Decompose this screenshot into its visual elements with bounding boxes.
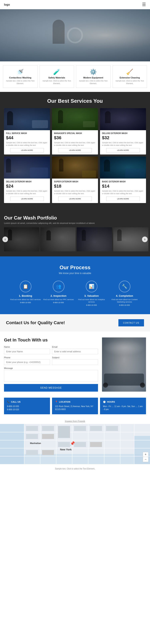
map-background: Manhattan New York 📌 + − <box>0 424 150 464</box>
service-desc-3: Sample text. Click to select the text bo… <box>6 190 48 195</box>
manhattan-label: Manhattan <box>30 442 41 444</box>
service-name-1: MANAGER'S SPECIAL WASH <box>54 132 96 134</box>
location-card-text: 121 Rock Street, 21 Avenue, New York, NY… <box>55 405 95 411</box>
carousel-next-button[interactable]: › <box>142 236 148 242</box>
contact-us-button[interactable]: CONTACT US <box>118 319 144 326</box>
service-desc-0: Sample text. Click to select the text bo… <box>6 142 48 146</box>
service-price-3: $24 <box>6 184 48 189</box>
service-image-4 <box>52 156 98 178</box>
step-phone-3: 8-800-10-555 <box>109 304 140 306</box>
service-card-0: FULL SERVICE WASH $44 Sample text. Click… <box>4 108 50 154</box>
contact-banner-title: Contact Us for Quality Care! <box>6 320 65 326</box>
carousel-prev-button[interactable]: ‹ <box>2 236 8 242</box>
feature-title-3: Extensive Cleaning <box>114 76 146 79</box>
form-row-phone-subject: Phone Subject <box>4 356 98 365</box>
service-image-1 <box>52 108 98 130</box>
phone-icon: 📞 <box>7 401 10 403</box>
phone-input[interactable] <box>4 359 50 365</box>
service-desc-5: Sample text. Click to select the text bo… <box>102 190 144 195</box>
portfolio-title: Our Car Wash Portfolio <box>4 215 146 221</box>
step-desc-1: Find out more about our PPC services <box>43 298 74 301</box>
service-card-4: SUPER EXTERIOR WASH $18 Sample text. Cli… <box>52 156 98 203</box>
contact-banner: Contact Us for Quality Care! CONTACT US <box>0 314 150 332</box>
service-image-3 <box>4 156 50 178</box>
portfolio-subtitle: Lorem ipsum sit amet, consectetur adipis… <box>4 222 146 224</box>
freepik-credit: Images from Freepik <box>0 418 150 424</box>
hours-card-title: 🕐 HOURS <box>103 401 143 403</box>
contact-image-placeholder <box>102 338 146 392</box>
feature-card-1: 🧪 Safety Materials Sample text. Click to… <box>40 66 74 88</box>
service-image-5 <box>100 156 146 178</box>
services-grid: FULL SERVICE WASH $44 Sample text. Click… <box>4 108 146 203</box>
process-step-2: 📊 3. Valuation Find out more about our A… <box>76 281 107 306</box>
email-label: Email <box>52 346 98 348</box>
message-textarea[interactable] <box>4 370 98 382</box>
subject-label: Subject <box>52 356 98 359</box>
service-name-0: FULL SERVICE WASH <box>6 132 48 134</box>
hero-section <box>0 9 150 62</box>
learn-more-btn-1[interactable]: LEARN MORE <box>58 148 92 152</box>
hours-card-text: Mon - Fri .... 11 am - 8 pm. Sat, Sun ..… <box>103 405 143 411</box>
form-field-name: Name <box>4 346 50 354</box>
feature-card-2: ⚙️ Modern Equipment Sample text. Click t… <box>76 66 111 88</box>
process-steps: 📋 1. Booking Find out more about our SEO… <box>4 281 146 306</box>
learn-more-btn-4[interactable]: LEARN MORE <box>58 196 92 201</box>
learn-more-btn-5[interactable]: LEARN MORE <box>106 196 140 201</box>
name-input[interactable] <box>4 349 50 354</box>
service-image-0 <box>4 108 50 130</box>
process-subtitle: We know your time is valuable <box>4 272 146 275</box>
service-price-4: $18 <box>54 184 96 189</box>
service-price-2: $32 <box>102 135 144 140</box>
learn-more-btn-0[interactable]: LEARN MORE <box>10 148 44 152</box>
subject-input[interactable] <box>52 359 98 365</box>
service-card-3: DELUXE EXTERIOR WASH $24 Sample text. Cl… <box>4 156 50 203</box>
name-label: Name <box>4 346 50 348</box>
logo: logo <box>4 3 10 6</box>
feature-title-0: Contactless Washing <box>5 76 36 79</box>
form-field-message: Message <box>4 367 98 382</box>
footer: Sample text. Click to select the Text El… <box>0 464 150 473</box>
message-label: Message <box>4 367 98 369</box>
step-desc-3: Find out more about our Content Marketin… <box>109 298 140 303</box>
portfolio-image-0 <box>4 227 39 252</box>
send-message-button[interactable]: SEND MESSAGE <box>4 384 98 392</box>
portfolio-image-1 <box>40 227 75 252</box>
completion-icon: 🔧 <box>119 281 130 292</box>
portfolio-section: Our Car Wash Portfolio Lorem ipsum sit a… <box>0 209 150 256</box>
step-phone-2: 8-800-10-555 <box>76 304 107 306</box>
step-desc-2: Find out more about our Analytics servic… <box>76 298 107 303</box>
extensive-cleaning-icon: 🧹 <box>114 68 146 75</box>
step-title-2: 3. Valuation <box>76 294 107 297</box>
feature-text-2: Sample text. Click to select the Text El… <box>78 80 109 85</box>
feature-text-3: Sample text. Click to select the Text El… <box>114 80 146 85</box>
process-section: Our Process We know your time is valuabl… <box>0 256 150 314</box>
process-step-3: 🔧 4. Completion Find out more about our … <box>109 281 140 306</box>
portfolio-image-2 <box>77 227 112 252</box>
phone-label: Phone <box>4 356 50 359</box>
form-field-email: Email <box>52 346 98 354</box>
contact-form-container: Get In Touch With us Name Email Phone Su… <box>4 338 98 392</box>
step-phone-1: 8-800-10-555 <box>43 302 74 304</box>
feature-title-2: Modern Equipment <box>78 76 109 79</box>
zoom-out-button[interactable]: − <box>143 457 148 462</box>
features-row: 🚿 Contactless Washing Sample text. Click… <box>0 62 150 92</box>
location-card-title: 📍 LOCATION <box>55 401 95 403</box>
zoom-in-button[interactable]: + <box>143 452 148 457</box>
step-phone-0: 8-800-10-555 <box>10 302 41 304</box>
service-name-2: DELUXE EXTERIOR WASH <box>102 132 144 134</box>
step-desc-0: Find out more about our SEO services <box>10 298 41 301</box>
map-pin-icon: 📌 <box>70 441 75 446</box>
step-title-1: 2. Inspection <box>43 294 74 297</box>
email-input[interactable] <box>52 349 98 354</box>
learn-more-btn-2[interactable]: LEARN MORE <box>106 148 140 152</box>
step-title-0: 1. Booking <box>10 294 41 297</box>
service-desc-4: Sample text. Click to select the text bo… <box>54 190 96 195</box>
header: logo ☰ <box>0 0 150 9</box>
learn-more-btn-3[interactable]: LEARN MORE <box>10 196 44 201</box>
hamburger-icon[interactable]: ☰ <box>142 2 146 7</box>
map-zoom-controls: + − <box>143 452 148 462</box>
process-step-0: 📋 1. Booking Find out more about our SEO… <box>10 281 41 306</box>
service-card-1: MANAGER'S SPECIAL WASH $36 Sample text. … <box>52 108 98 154</box>
inspection-icon: 👥 <box>53 281 64 292</box>
footer-text: Sample text. Click to select the Text El… <box>55 468 95 470</box>
